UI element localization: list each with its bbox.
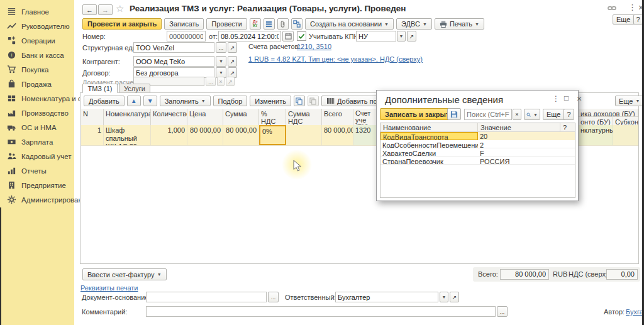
dialog-search-clear-button[interactable]: × <box>513 109 521 120</box>
kpn-open-button[interactable]: ↗ <box>407 31 416 41</box>
dialog-search-button[interactable]: ▼ <box>524 109 540 120</box>
cell-vat-percent-selected[interactable]: 0% <box>259 125 286 145</box>
responsible-input[interactable] <box>335 292 438 302</box>
sidebar-item-production[interactable]: Производство <box>0 106 74 120</box>
counterparty-input[interactable] <box>133 56 214 67</box>
dialog-close-button[interactable]: × <box>573 93 586 104</box>
dialog-cell-value[interactable]: F <box>478 148 575 157</box>
enter-invoice-button[interactable]: Ввести счет-фактуру▼ <box>82 268 167 280</box>
structural-unit-open-button[interactable]: ↗ <box>228 42 237 53</box>
tab-tmz[interactable]: ТМЗ (1) <box>82 84 118 93</box>
post-button[interactable]: Провести <box>206 18 247 30</box>
responsible-open-button[interactable]: ↗ <box>450 292 459 302</box>
attachment-paperclip-icon[interactable] <box>277 18 289 30</box>
base-doc-select-button[interactable]: ... <box>268 292 279 302</box>
comment-input[interactable] <box>146 306 496 317</box>
dialog-cell-name[interactable]: ХарактерСделки <box>380 148 478 157</box>
sidebar-item-administration[interactable]: Администрирование <box>0 192 74 207</box>
cell-n[interactable]: 1 <box>81 125 104 145</box>
settlement-doc-clear-button[interactable]: × <box>217 77 225 86</box>
column-header-vat-amount[interactable]: Сумма НДС <box>286 109 322 125</box>
column-header-nomenclature[interactable]: Номенклатура <box>104 109 151 125</box>
sidebar-item-hr[interactable]: Кадровый учет <box>0 149 74 163</box>
fill-button[interactable]: Заполнить▼ <box>160 96 211 106</box>
rate-info-link[interactable]: 1 RUB = 4.82 KZT, Тип цен: <не указан>, … <box>248 55 423 63</box>
write-button[interactable]: Записать <box>164 18 204 30</box>
create-based-on-button[interactable]: Создать на основании▼ <box>305 18 394 30</box>
dialog-column-name[interactable]: Наименование <box>380 123 478 132</box>
tab-services[interactable]: Услуги <box>119 84 150 93</box>
edvs-button[interactable]: ЭДВС▼ <box>396 18 432 30</box>
print-details-link[interactable]: Реквизиты печати <box>80 284 138 292</box>
accounts-link[interactable]: 1210, 3510 <box>297 43 331 50</box>
dialog-cell-value[interactable]: 20 <box>478 132 575 140</box>
copy-rows-button[interactable] <box>294 96 305 106</box>
responsible-dropdown-button[interactable]: ▼ <box>440 292 448 302</box>
sidebar-item-bank[interactable]: i Банк и касса <box>0 48 74 62</box>
dialog-save-button[interactable] <box>447 108 461 120</box>
sidebar-item-manager[interactable]: Руководителю <box>0 19 74 33</box>
settlement-doc-select-button[interactable]: ... <box>206 77 216 86</box>
link-icon[interactable] <box>608 4 616 13</box>
structural-unit-input[interactable] <box>133 42 214 53</box>
related-documents-icon[interactable] <box>291 18 303 30</box>
dialog-cell-name-selected[interactable]: КодВидаТранспорта <box>380 132 478 140</box>
settlement-doc-open-button[interactable]: ↗ <box>226 77 235 86</box>
cell-total[interactable]: 80 000,00 <box>322 125 353 145</box>
form-help-button[interactable]: ? <box>633 14 643 25</box>
sidebar-item-os-nma[interactable]: ОС и НМА <box>0 120 74 135</box>
row-add-button[interactable]: Добавить <box>84 96 125 106</box>
date-input[interactable] <box>218 31 281 41</box>
cell-subconto2[interactable]: нклатурны.. <box>579 125 613 145</box>
kpn-dropdown-button[interactable]: ▼ <box>397 31 406 41</box>
author-link[interactable]: Бухгалтер <box>626 308 644 316</box>
register-list-icon[interactable] <box>264 18 275 30</box>
calendar-button[interactable] <box>282 31 294 41</box>
sidebar-item-reports[interactable]: Отчеты <box>0 163 74 178</box>
column-header-quantity[interactable]: Количество <box>151 109 187 125</box>
cell-vat-amount[interactable] <box>286 125 322 145</box>
paste-rows-button[interactable] <box>308 96 319 106</box>
post-and-close-button[interactable]: Провести и закрыть <box>82 18 162 30</box>
column-header-price[interactable]: Цена <box>187 109 223 125</box>
kpn-checkbox[interactable] <box>297 31 306 41</box>
counterparty-open-button[interactable]: ↗ <box>228 56 237 67</box>
kpn-input[interactable] <box>356 31 396 41</box>
dialog-cell-name[interactable]: КодОсобенностиПеремещения <box>380 140 478 148</box>
sidebar-item-salary[interactable]: Зарплата <box>0 135 74 149</box>
column-header-subconto2[interactable]: онто (БУ) 2 <box>579 117 613 125</box>
sidebar-item-purchase[interactable]: Покупка <box>0 62 74 77</box>
edit-button[interactable]: Изменить <box>250 96 291 106</box>
sidebar-item-main[interactable]: Главное <box>0 4 74 19</box>
number-input[interactable] <box>167 31 206 41</box>
sidebar-item-enterprise[interactable]: Предприятие <box>0 178 74 192</box>
print-button[interactable]: Печать▼ <box>435 18 484 30</box>
column-header-amount[interactable]: Сумма <box>223 109 259 125</box>
dialog-cell-name[interactable]: СтранаПеревозчик <box>380 157 478 165</box>
cell-nomenclature[interactable]: Шкаф спальный ЖК АС 29 <box>104 125 151 145</box>
table-more-button[interactable]: Еще▼ <box>615 96 643 106</box>
counterparty-dropdown-button[interactable]: ▼ <box>216 56 226 67</box>
base-doc-input[interactable] <box>146 292 267 302</box>
cell-quantity[interactable]: 1,000 <box>151 125 187 145</box>
sidebar-item-operations[interactable]: Операции <box>0 33 74 48</box>
cell-price[interactable]: 80 000,00 <box>187 125 223 145</box>
sidebar-item-nomenclature[interactable]: Номенклатура и склад <box>0 91 74 106</box>
dialog-help-button[interactable]: ? <box>564 109 574 120</box>
sidebar-item-sale[interactable]: Продажа <box>0 77 74 91</box>
column-header-vat-percent[interactable]: % НДС <box>259 109 286 125</box>
cell-subconto3[interactable] <box>613 125 638 145</box>
dialog-column-value[interactable]: Значение <box>478 123 560 132</box>
dialog-cell-value[interactable]: РОССИЯ <box>478 157 575 165</box>
dialog-column-flag[interactable]: ? <box>560 123 575 132</box>
dialog-maximize-button[interactable]: □ <box>560 93 572 103</box>
dialog-cell-value[interactable]: 2 <box>478 140 575 148</box>
column-header-subconto3[interactable]: Субконто (Б <box>613 117 638 125</box>
column-group-header-income-analytics[interactable]: ика доходов (БУ) <box>579 109 638 117</box>
nav-back-button[interactable]: ← <box>82 4 97 15</box>
pick-button[interactable]: Подбор <box>213 96 248 106</box>
column-header-n[interactable]: N <box>81 109 104 125</box>
cell-amount[interactable]: 80 000,00 <box>223 125 259 145</box>
favorite-star-icon[interactable]: ☆ <box>116 3 124 14</box>
comment-expand-button[interactable]: ... <box>497 306 508 317</box>
